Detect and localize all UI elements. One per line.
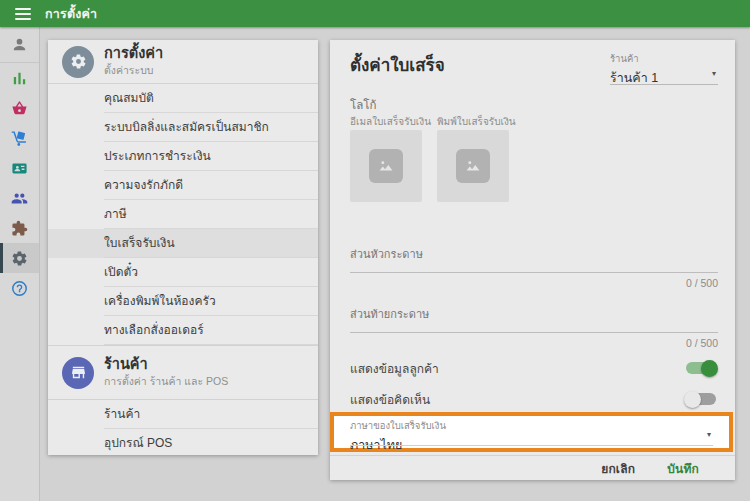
emailed-logo-upload[interactable]: [350, 130, 422, 202]
select-underline: [350, 445, 713, 446]
section-subtitle: การตั้งค่า ร้านค้า และ POS: [104, 373, 228, 390]
settings-menu-panel: การตั้งค่า ตั้งค่าระบบ คุณสมบัติ ระบบบิล…: [48, 40, 318, 455]
sidebar-item-settings[interactable]: [0, 243, 39, 273]
help-icon: [11, 280, 28, 297]
sidebar-item-reports[interactable]: [0, 63, 39, 93]
gear-icon: [62, 46, 94, 78]
show-comments-toggle[interactable]: [684, 390, 718, 408]
header-field-label: ส่วนหัวกระดาษ: [350, 245, 718, 263]
show-customer-info-row: แสดงข้อมูลลูกค้า: [350, 358, 718, 378]
section-subtitle: ตั้งค่าระบบ: [104, 62, 163, 79]
section-title: การตั้งค่า: [104, 45, 163, 61]
sidebar-item-items[interactable]: [0, 93, 39, 123]
people-icon: [11, 190, 28, 207]
toggle-label: แสดงข้อคิดเห็น: [350, 390, 430, 409]
chevron-down-icon: ▾: [712, 69, 716, 78]
menu-item-receipts[interactable]: ใบเสร็จรับเงิน: [48, 229, 318, 258]
footer-char-counter: 0 / 500: [350, 337, 718, 349]
hand-truck-icon: [11, 130, 28, 147]
hamburger-menu-icon[interactable]: [15, 5, 31, 23]
emailed-receipt-label: อีเมลใบเสร็จรับเงิน: [350, 114, 431, 129]
menu-item-loyalty[interactable]: ความจงรักภักดี: [48, 171, 318, 200]
header-char-counter: 0 / 500: [350, 277, 718, 289]
bar-chart-icon: [11, 70, 28, 87]
menu-item-stores[interactable]: ร้านค้า: [48, 400, 318, 429]
cancel-button[interactable]: ยกเลิก: [601, 459, 635, 478]
logo-label: โลโก้: [350, 96, 376, 114]
menu-section-settings: การตั้งค่า ตั้งค่าระบบ: [48, 40, 318, 84]
toggle-label: แสดงข้อมูลลูกค้า: [350, 359, 439, 378]
shopping-basket-icon: [11, 100, 28, 117]
panel-title: ตั้งค่าใบเสร็จ: [350, 51, 445, 78]
image-placeholder-icon: [456, 149, 490, 183]
receipt-settings-panel: ตั้งค่าใบเสร็จ ร้านค้า ร้านค้า 1 ▾ โลโก้…: [330, 40, 735, 480]
language-select-label: ภาษาของใบเสร็จรับเงิน: [350, 418, 713, 433]
show-comments-row: แสดงข้อคิดเห็น: [350, 389, 718, 409]
sidebar-item-help[interactable]: [0, 273, 39, 303]
footer-field-label: ส่วนท้ายกระดาษ: [350, 305, 718, 323]
image-placeholder-icon: [369, 149, 403, 183]
store-icon: [62, 357, 94, 389]
sidebar-item-customers[interactable]: [0, 183, 39, 213]
menu-item-dining-options[interactable]: ทางเลือกสั่งออเดอร์: [48, 316, 318, 345]
printed-receipt-label: พิมพ์ใบเสร็จรับเงิน: [437, 114, 516, 129]
icon-rail: [0, 27, 40, 501]
store-select-value: ร้านค้า 1: [610, 68, 718, 88]
show-customer-info-toggle[interactable]: [684, 359, 718, 377]
menu-item-open-tickets[interactable]: เปิดตั๋ว: [48, 258, 318, 287]
sidebar-item-integrations[interactable]: [0, 213, 39, 243]
form-actions: ยกเลิก บันทึก: [330, 455, 735, 480]
sidebar-item-employees[interactable]: [0, 153, 39, 183]
contact-card-icon: [11, 160, 28, 177]
sidebar-item-inventory[interactable]: [0, 123, 39, 153]
menu-item-pos-devices[interactable]: อุปกรณ์ POS: [48, 429, 318, 458]
receipt-header-field[interactable]: ส่วนหัวกระดาษ 0 / 500: [350, 245, 718, 289]
store-select[interactable]: ร้านค้า ร้านค้า 1 ▾: [610, 51, 718, 85]
field-underline: [350, 332, 718, 333]
puzzle-icon: [11, 220, 28, 237]
chevron-down-icon: ▾: [707, 430, 711, 439]
section-title: ร้านค้า: [104, 356, 228, 372]
menu-section-stores: ร้านค้า การตั้งค่า ร้านค้า และ POS: [48, 345, 318, 400]
field-underline: [350, 272, 718, 273]
menu-item-kitchen-printers[interactable]: เครื่องพิมพ์ในห้องครัว: [48, 287, 318, 316]
menu-item-payment-types[interactable]: ประเภทการชำระเงิน: [48, 142, 318, 171]
app-bar: การตั้งค่า: [0, 0, 750, 27]
receipt-footer-field[interactable]: ส่วนท้ายกระดาษ 0 / 500: [350, 305, 718, 349]
receipt-language-select-highlighted[interactable]: ภาษาของใบเสร็จรับเงิน ภาษาไทย ▾: [330, 412, 733, 452]
account-icon: [11, 36, 28, 53]
printed-logo-upload[interactable]: [437, 130, 509, 202]
sidebar-item-account[interactable]: [0, 27, 39, 63]
menu-item-billing[interactable]: ระบบบิลลิ่งและสมัครเป็นสมาชิก: [48, 113, 318, 142]
store-select-label: ร้านค้า: [610, 51, 718, 66]
gear-icon: [11, 250, 28, 267]
page-title: การตั้งค่า: [45, 4, 97, 24]
menu-item-features[interactable]: คุณสมบัติ: [48, 84, 318, 113]
menu-item-taxes[interactable]: ภาษี: [48, 200, 318, 229]
save-button[interactable]: บันทึก: [667, 459, 699, 478]
